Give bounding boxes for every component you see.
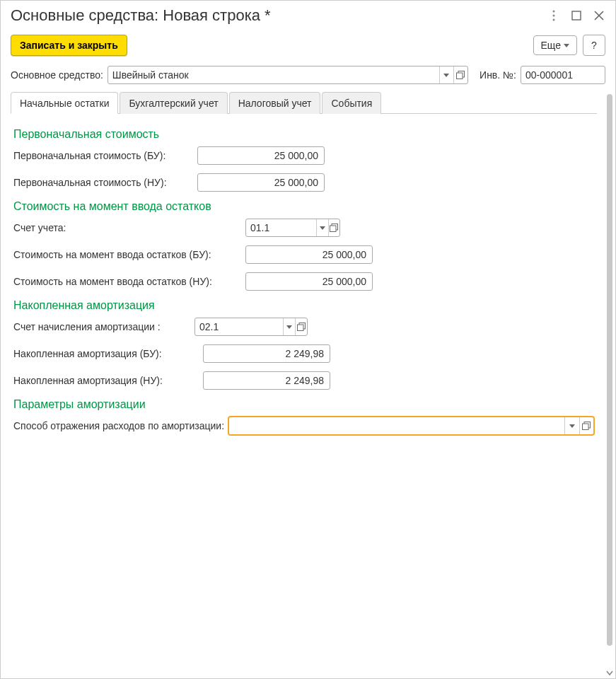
- init-cost-bu-input[interactable]: [197, 146, 325, 165]
- more-button[interactable]: Еще: [533, 35, 578, 55]
- svg-rect-5: [457, 73, 463, 79]
- tab-strip: Начальные остатки Бухгалтерский учет Нал…: [11, 91, 597, 114]
- window-title: Основные средства: Новая строка *: [11, 6, 547, 25]
- entry-cost-bu-input[interactable]: [245, 245, 373, 264]
- scrollbar-thumb[interactable]: [607, 94, 612, 646]
- inv-input[interactable]: [521, 66, 605, 84]
- window: Основные средства: Новая строка * Записа…: [0, 0, 616, 679]
- more-button-label: Еще: [541, 40, 562, 51]
- title-bar: Основные средства: Новая строка *: [1, 1, 615, 28]
- svg-rect-7: [330, 226, 337, 232]
- asset-combo[interactable]: [107, 66, 468, 84]
- maximize-icon[interactable]: [570, 9, 583, 22]
- expense-method-dropdown-icon[interactable]: [564, 417, 579, 434]
- asset-input[interactable]: [108, 66, 439, 83]
- init-cost-nu-label: Первоначальная стоимость (НУ):: [13, 177, 193, 188]
- depr-account-combo[interactable]: [194, 318, 308, 336]
- depr-account-dropdown-icon[interactable]: [283, 318, 295, 335]
- expense-method-combo[interactable]: [228, 417, 594, 435]
- section-accum-depr: Накопленная амортизация: [13, 299, 594, 312]
- content-area: Начальные остатки Бухгалтерский учет Нал…: [1, 91, 615, 678]
- depr-account-label: Счет начисления амортизации :: [13, 321, 190, 332]
- tab-tax-accounting[interactable]: Налоговый учет: [229, 92, 321, 114]
- vertical-scrollbar[interactable]: [607, 94, 612, 675]
- init-cost-nu-input[interactable]: [197, 173, 325, 192]
- section-initial-cost: Первоначальная стоимость: [13, 128, 594, 141]
- account-input[interactable]: [246, 219, 316, 236]
- row-account: Счет учета:: [13, 219, 594, 237]
- svg-rect-3: [572, 11, 581, 20]
- asset-open-icon[interactable]: [453, 66, 467, 83]
- expense-method-label: Способ отражения расходов по амортизации…: [13, 420, 224, 431]
- row-init-cost-bu: Первоначальная стоимость (БУ):: [13, 146, 594, 165]
- row-depr-account: Счет начисления амортизации :: [13, 318, 594, 336]
- account-dropdown-icon[interactable]: [316, 219, 327, 236]
- expense-method-open-icon[interactable]: [579, 417, 593, 434]
- header-row: Основное средство: Инв. №:: [1, 63, 615, 91]
- tab-accounting[interactable]: Бухгалтерский учет: [120, 92, 227, 114]
- row-init-cost-nu: Первоначальная стоимость (НУ):: [13, 173, 594, 192]
- asset-dropdown-icon[interactable]: [439, 66, 453, 83]
- section-cost-at-entry: Стоимость на момент ввода остатков: [13, 200, 594, 213]
- svg-rect-11: [583, 424, 589, 430]
- accum-depr-bu-label: Накопленная амортизация (БУ):: [13, 348, 199, 359]
- help-button[interactable]: ?: [583, 35, 605, 56]
- chevron-down-icon: [564, 44, 569, 47]
- init-cost-bu-label: Первоначальная стоимость (БУ):: [13, 150, 193, 161]
- scroll-body: Начальные остатки Бухгалтерский учет Нал…: [1, 91, 607, 678]
- toolbar: Записать и закрыть Еще ?: [1, 28, 615, 63]
- row-accum-depr-nu: Накопленная амортизация (НУ):: [13, 371, 594, 390]
- account-label: Счет учета:: [13, 222, 241, 233]
- accum-depr-nu-input[interactable]: [203, 371, 330, 390]
- accum-depr-bu-input[interactable]: [203, 344, 330, 363]
- svg-point-0: [553, 11, 555, 13]
- tab-events[interactable]: События: [322, 92, 381, 114]
- tab-panel-initial-balances: Первоначальная стоимость Первоначальная …: [11, 114, 597, 446]
- entry-cost-nu-input[interactable]: [245, 272, 373, 291]
- svg-rect-9: [297, 325, 303, 331]
- svg-point-1: [553, 15, 555, 17]
- entry-cost-bu-label: Стоимость на момент ввода остатков (БУ):: [13, 249, 241, 260]
- section-depr-params: Параметры амортизации: [13, 398, 594, 411]
- expense-method-input[interactable]: [229, 417, 564, 434]
- depr-account-input[interactable]: [195, 318, 283, 335]
- save-and-close-button[interactable]: Записать и закрыть: [11, 35, 127, 56]
- window-controls: [547, 9, 605, 22]
- row-entry-cost-nu: Стоимость на момент ввода остатков (НУ):: [13, 272, 594, 291]
- row-accum-depr-bu: Накопленная амортизация (БУ):: [13, 344, 594, 363]
- account-open-icon[interactable]: [328, 219, 339, 236]
- kebab-menu-icon[interactable]: [547, 9, 560, 22]
- close-icon[interactable]: [593, 9, 605, 22]
- entry-cost-nu-label: Стоимость на момент ввода остатков (НУ):: [13, 276, 241, 287]
- scrollbar-down-icon[interactable]: [605, 670, 614, 677]
- asset-label: Основное средство:: [11, 69, 103, 81]
- accum-depr-nu-label: Накопленная амортизация (НУ):: [13, 375, 199, 386]
- svg-point-2: [553, 19, 555, 21]
- row-expense-method: Способ отражения расходов по амортизации…: [13, 417, 594, 435]
- tab-initial-balances[interactable]: Начальные остатки: [11, 92, 118, 114]
- inv-label: Инв. №:: [480, 69, 516, 81]
- depr-account-open-icon[interactable]: [295, 318, 307, 335]
- row-entry-cost-bu: Стоимость на момент ввода остатков (БУ):: [13, 245, 594, 264]
- account-combo[interactable]: [245, 219, 340, 237]
